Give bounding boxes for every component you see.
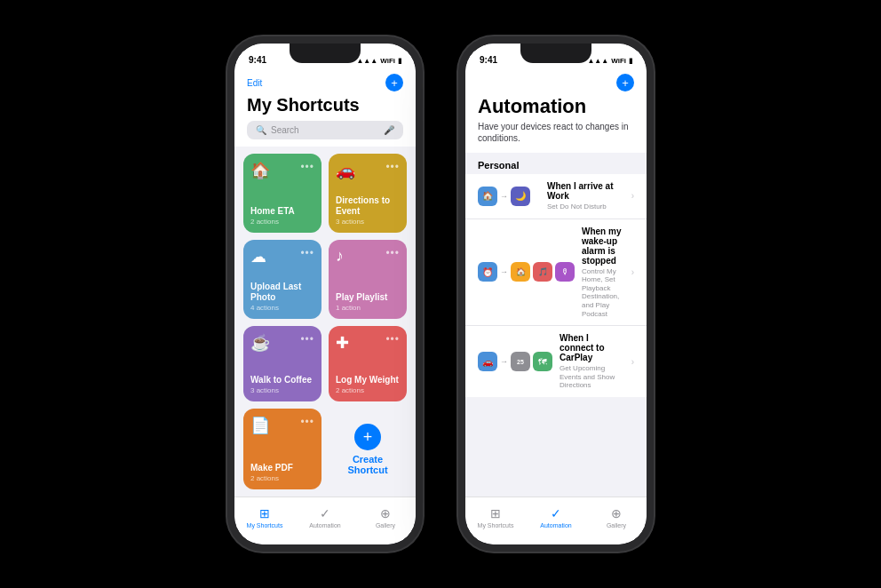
tile-actions-upload: 4 actions <box>250 304 314 312</box>
arrow-2: → <box>500 267 508 276</box>
tab-bar-1: ⊞ My Shortcuts ✓ Automation ⊕ Gallery <box>234 497 416 544</box>
signal-icon-2: ▲▲▲ <box>587 57 608 65</box>
add-shortcut-button[interactable]: + <box>385 74 403 91</box>
automation-tab-icon-2: ✓ <box>551 506 561 520</box>
status-icons-1: ▲▲▲ WiFi ▮ <box>356 57 401 65</box>
status-time-1: 9:41 <box>249 55 266 65</box>
tile-actions-playlist: 1 action <box>336 304 400 312</box>
page-title-shortcuts: My Shortcuts <box>247 95 403 115</box>
tile-actions-home: 2 actions <box>250 218 314 226</box>
tab-my-shortcuts-2[interactable]: ⊞ My Shortcuts <box>465 506 526 528</box>
tile-walk-coffee[interactable]: ☕ ••• Walk to Coffee 3 actions <box>243 326 321 401</box>
notch <box>290 44 361 63</box>
alarm-podcast-icon: 🎙 <box>555 262 575 282</box>
tab-automation-1[interactable]: ✓ Automation <box>295 506 355 528</box>
automation-item-alarm[interactable]: ⏰ → 🏠 🎵 🎙 When my <box>465 219 647 327</box>
work-info: When I arrive at Work Set Do Not Disturb <box>547 181 624 211</box>
tile-directions[interactable]: 🚗 ••• Directions to Event 3 actions <box>329 154 407 233</box>
shortcuts-tab-icon: ⊞ <box>259 506 270 520</box>
carplay-car-icon: 🚗 <box>478 352 497 371</box>
tile-icon-weight: ✚ <box>336 333 349 353</box>
automation-subtitle: Have your devices react to changes in co… <box>478 121 634 144</box>
search-icon: 🔍 <box>256 125 266 135</box>
tile-actions-weight: 2 actions <box>336 386 400 394</box>
notch-2 <box>520 44 591 63</box>
tile-menu-home[interactable]: ••• <box>300 161 314 173</box>
create-shortcut-tile[interactable]: + Create Shortcut <box>329 409 407 489</box>
tile-menu-cloud[interactable]: ••• <box>300 247 314 259</box>
status-icons-2: ▲▲▲ WiFi ▮ <box>587 57 632 65</box>
shortcuts-tab-icon-2: ⊞ <box>490 506 501 520</box>
search-placeholder: Search <box>271 125 379 135</box>
tile-icon-cloud: ☁ <box>250 247 266 266</box>
alarm-home-icon: 🏠 <box>511 262 530 282</box>
work-home-icon: 🏠 <box>478 187 497 206</box>
tile-name-directions: Directions to Event <box>336 195 400 217</box>
automation-page-title: Automation <box>478 95 634 118</box>
wifi-icon: WiFi <box>380 57 395 65</box>
automation-tab-icon-1: ✓ <box>320 506 330 520</box>
phone-automation: 9:41 ▲▲▲ WiFi ▮ + Automation Have your d… <box>458 36 654 552</box>
mic-icon: 🎤 <box>384 125 394 135</box>
tab-gallery-2[interactable]: ⊕ Gallery <box>586 506 647 528</box>
tile-play-playlist[interactable]: ♪ ••• Play Playlist 1 action <box>329 240 407 319</box>
tile-name-home: Home ETA <box>250 206 314 217</box>
tile-upload-photo[interactable]: ☁ ••• Upload Last Photo 4 actions <box>243 240 321 319</box>
battery-icon-2: ▮ <box>629 57 632 65</box>
tile-name-playlist: Play Playlist <box>336 292 400 303</box>
gallery-tab-icon-2: ⊕ <box>611 506 622 520</box>
alarm-icons: ⏰ → 🏠 🎵 🎙 <box>478 262 575 282</box>
shortcuts-grid: 🏠 ••• Home ETA 2 actions 🚗 ••• Direction… <box>234 147 416 497</box>
tab-bar-2: ⊞ My Shortcuts ✓ Automation ⊕ Gallery <box>465 497 647 544</box>
tile-log-weight[interactable]: ✚ ••• Log My Weight 2 actions <box>329 326 407 401</box>
work-moon-icon: 🌙 <box>511 187 530 206</box>
automation-tab-label-2: Automation <box>540 522 571 528</box>
work-subtitle: Set Do Not Disturb <box>547 203 624 211</box>
tile-menu-pdf[interactable]: ••• <box>300 416 314 428</box>
alarm-clock-icon: ⏰ <box>478 262 497 282</box>
tile-make-pdf[interactable]: 📄 ••• Make PDF 2 actions <box>243 409 321 489</box>
tile-menu-music[interactable]: ••• <box>385 247 400 259</box>
edit-button[interactable]: Edit <box>247 78 262 88</box>
tile-name-weight: Log My Weight <box>336 375 400 385</box>
shortcuts-header: Edit + My Shortcuts 🔍 Search 🎤 <box>234 68 416 147</box>
section-personal: Personal <box>465 153 647 174</box>
tile-icon-pdf: 📄 <box>250 416 270 435</box>
automation-header: + Automation Have your devices react to … <box>465 68 647 153</box>
automation-item-carplay[interactable]: 🚗 → 25 🗺 When I connect to CarPlay Get U… <box>465 326 647 397</box>
automation-list: 🏠 → 🌙 When I arrive at Work Set Do Not D… <box>465 174 647 397</box>
tab-automation-2[interactable]: ✓ Automation <box>526 506 586 528</box>
tile-icon-music: ♪ <box>336 247 344 266</box>
work-icons: 🏠 → 🌙 <box>478 187 540 206</box>
phone-shortcuts: 9:41 ▲▲▲ WiFi ▮ Edit + My Shortcuts 🔍 Se… <box>227 36 423 552</box>
tab-gallery-1[interactable]: ⊕ Gallery <box>355 506 416 528</box>
tab-my-shortcuts[interactable]: ⊞ My Shortcuts <box>234 506 295 528</box>
alarm-subtitle: Control My Home, Set Playback Destinatio… <box>582 267 624 319</box>
create-shortcut-label: Create Shortcut <box>336 454 400 475</box>
create-shortcut-button[interactable]: + <box>354 424 381 450</box>
tile-icon-car: 🚗 <box>336 161 355 180</box>
tile-name-coffee: Walk to Coffee <box>250 375 314 385</box>
tile-icon-home: 🏠 <box>250 161 270 180</box>
arrow-3: → <box>500 357 508 366</box>
carplay-subtitle: Get Upcoming Events and Show Directions <box>560 364 624 390</box>
tile-menu-car[interactable]: ••• <box>385 161 400 173</box>
alarm-music-icon: 🎵 <box>533 262 552 282</box>
tile-menu-coffee[interactable]: ••• <box>300 333 314 346</box>
gallery-tab-label-2: Gallery <box>607 522 626 528</box>
tile-actions-pdf: 2 actions <box>250 474 314 482</box>
arrow-1: → <box>500 192 508 201</box>
wifi-icon-2: WiFi <box>611 57 626 65</box>
alarm-title: When my wake-up alarm is stopped <box>582 226 624 266</box>
tile-actions-directions: 3 actions <box>336 218 400 226</box>
search-bar[interactable]: 🔍 Search 🎤 <box>247 121 403 139</box>
automation-item-work[interactable]: 🏠 → 🌙 When I arrive at Work Set Do Not D… <box>465 174 647 219</box>
shortcuts-tab-label: My Shortcuts <box>247 522 283 528</box>
tile-home-eta[interactable]: 🏠 ••• Home ETA 2 actions <box>243 154 321 233</box>
battery-icon: ▮ <box>398 57 401 65</box>
automation-content: Personal 🏠 → 🌙 When I arrive at Wo <box>465 153 647 497</box>
automation-tab-label-1: Automation <box>309 522 340 528</box>
add-automation-button[interactable]: + <box>616 74 634 91</box>
gallery-tab-label-1: Gallery <box>376 522 395 528</box>
tile-menu-weight[interactable]: ••• <box>385 333 400 346</box>
